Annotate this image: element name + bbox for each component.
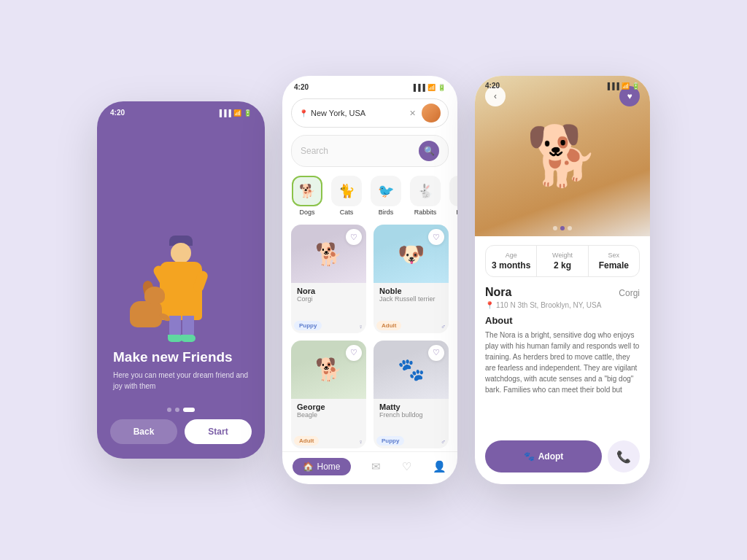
- matty-breed: French bulldog: [379, 411, 443, 419]
- img-dot-1: [553, 226, 557, 230]
- pet-title-row: Nora Corgi: [485, 286, 640, 299]
- rabbit-category-label: Rabbits: [414, 209, 437, 216]
- bird-category-icon: 🐦: [371, 176, 401, 206]
- adopt-button[interactable]: 🐾 Adopt: [485, 440, 602, 472]
- battery-icon: 🔋: [244, 109, 252, 117]
- nav-home[interactable]: 🏠 Home: [293, 458, 350, 475]
- favorites-nav-icon: ♡: [402, 460, 411, 473]
- onboarding-subtitle: Here you can meet your dream friend and …: [113, 370, 249, 392]
- stat-age: Age 3 months: [486, 246, 537, 276]
- nav-messages[interactable]: ✉: [371, 460, 381, 473]
- bottom-navigation: 🏠 Home ✉ ♡ 👤: [282, 451, 457, 484]
- app-showcase: 4:20 ▐▐▐ 📶 🔋: [82, 47, 665, 513]
- noble-name: Noble: [379, 287, 443, 295]
- nav-favorites[interactable]: ♡: [402, 460, 411, 473]
- wifi-icon: 📶: [233, 109, 241, 117]
- dog-body: [130, 301, 162, 327]
- status-icons-1: ▐▐▐ 📶 🔋: [217, 109, 252, 117]
- pet-stats-row: Age 3 months Weight 2 kg Sex Female: [485, 245, 640, 277]
- location-clear-button[interactable]: ✕: [409, 109, 416, 118]
- man-shoe-right: [181, 335, 196, 342]
- category-hamsters[interactable]: 🐹 Hams: [449, 176, 457, 216]
- profile-nav-icon: 👤: [433, 460, 446, 473]
- onboarding-title: Make new Friends: [113, 349, 249, 365]
- george-gender-icon: ♀: [358, 438, 363, 446]
- pet-card-nora[interactable]: 🐕 ♡ Puppy ♀ Nora Corgi: [291, 225, 366, 333]
- onboarding-text: Make new Friends Here you can meet your …: [97, 349, 265, 400]
- man-illustration: [123, 182, 239, 342]
- cat-category-label: Cats: [340, 209, 354, 216]
- battery-icon-3: 🔋: [632, 82, 640, 90]
- sex-label: Sex: [592, 252, 636, 259]
- page-dots: [97, 400, 265, 419]
- status-icons-2: ▐▐▐ 📶 🔋: [411, 84, 446, 91]
- nora-heart-button[interactable]: ♡: [346, 229, 362, 245]
- age-label: Age: [489, 252, 533, 259]
- george-heart-button[interactable]: ♡: [346, 345, 362, 361]
- user-avatar[interactable]: [422, 104, 441, 122]
- category-cats[interactable]: 🐈 Cats: [330, 176, 363, 216]
- home-nav-icon: 🏠 Home: [293, 458, 350, 475]
- location-bar[interactable]: 📍 New York, USA ✕: [291, 98, 449, 128]
- search-button[interactable]: 🔍: [419, 141, 439, 161]
- search-placeholder-text: Search: [301, 146, 419, 156]
- age-value: 3 months: [489, 260, 533, 271]
- about-description: The Nora is a bright, sensitive dog who …: [485, 330, 640, 395]
- man-leg-right: [182, 316, 194, 336]
- nora-name: Nora: [297, 287, 360, 295]
- call-button[interactable]: 📞: [608, 440, 640, 472]
- paw-icon: 🐾: [524, 451, 535, 462]
- status-bar-1: 4:20 ▐▐▐ 📶 🔋: [97, 101, 265, 120]
- category-dogs[interactable]: 🐕 Dogs: [291, 176, 323, 216]
- pet-card-matty[interactable]: 🐾 ♡ Puppy ♂ Matty French bulldog: [374, 341, 449, 449]
- weight-value: 2 kg: [540, 260, 584, 271]
- nora-gender-icon: ♀: [358, 323, 363, 330]
- stat-weight: Weight 2 kg: [537, 246, 588, 276]
- man-shoe-left: [168, 335, 182, 342]
- rabbit-category-icon: 🐇: [410, 176, 441, 206]
- pet-hero-image: 4:20 ▐▐▐ 📶 🔋 🐕 ‹ ♥: [475, 76, 650, 236]
- phone-browse: 4:20 ▐▐▐ 📶 🔋 📍 New York, USA ✕ Search 🔍 …: [282, 76, 457, 484]
- category-birds[interactable]: 🐦 Birds: [370, 176, 402, 216]
- signal-icon: ▐▐▐: [217, 109, 231, 117]
- noble-heart-button[interactable]: ♡: [428, 229, 444, 245]
- pet-details: Age 3 months Weight 2 kg Sex Female Nora…: [475, 236, 650, 433]
- pet-card-george[interactable]: 🐕 ♡ Adult ♀ George Beagle: [291, 341, 366, 449]
- noble-gender-icon: ♂: [441, 323, 446, 330]
- onboarding-buttons: Back Start: [97, 419, 265, 459]
- dog-category-label: Dogs: [299, 209, 314, 216]
- george-breed: Beagle: [297, 411, 360, 419]
- nav-profile[interactable]: 👤: [433, 460, 446, 473]
- home-nav-label: Home: [317, 462, 340, 472]
- phone-onboarding: 4:20 ▐▐▐ 📶 🔋: [97, 101, 265, 459]
- george-name: George: [297, 402, 360, 411]
- nora-badge: Puppy: [294, 321, 322, 330]
- pet-card-noble[interactable]: 🐶 ♡ Adult ♂ Noble Jack Russell terrier: [374, 225, 449, 333]
- signal-icon-2: ▐▐▐: [411, 84, 425, 91]
- bird-category-label: Birds: [379, 209, 394, 216]
- man-leg-left: [169, 316, 181, 336]
- dog-illustration: [130, 301, 162, 327]
- sex-value: Female: [592, 260, 636, 271]
- matty-heart-button[interactable]: ♡: [428, 345, 444, 361]
- img-dot-3: [568, 226, 572, 230]
- wifi-icon-3: 📶: [622, 82, 630, 90]
- noble-breed: Jack Russell terrier: [379, 295, 443, 303]
- noble-badge: Adult: [376, 321, 401, 330]
- pet-grid: 🐕 ♡ Puppy ♀ Nora Corgi 🐶 ♡ Adult ♂ Noble…: [282, 222, 457, 451]
- start-button[interactable]: Start: [185, 419, 252, 444]
- matty-info: Matty French bulldog: [374, 399, 449, 423]
- status-bar-2: 4:20 ▐▐▐ 📶 🔋: [282, 76, 457, 94]
- weight-label: Weight: [540, 252, 584, 259]
- back-button[interactable]: Back: [110, 419, 177, 444]
- pet-location: 📍 110 N 3th St, Brooklyn, NY, USA: [485, 301, 640, 309]
- hamster-category-icon: 🐹: [449, 176, 457, 206]
- cat-category-icon: 🐈: [331, 176, 362, 206]
- dot-1: [167, 408, 171, 412]
- search-bar[interactable]: Search 🔍: [291, 135, 449, 167]
- phone-icon: 📞: [616, 450, 631, 464]
- matty-badge: Puppy: [376, 436, 404, 446]
- pet-detail-name: Nora: [485, 286, 511, 299]
- category-rabbits[interactable]: 🐇 Rabbits: [409, 176, 441, 216]
- wifi-icon-2: 📶: [427, 84, 436, 91]
